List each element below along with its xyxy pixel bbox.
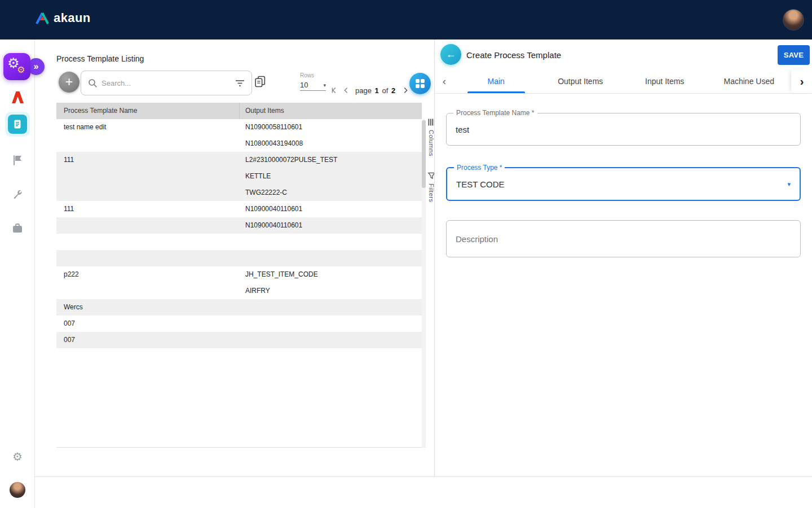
table-row[interactable]: Wercs xyxy=(56,299,422,316)
table-row[interactable]: 111L2#2310000072PULSE_TESTKETTLETWG22222… xyxy=(56,152,422,201)
user-avatar[interactable] xyxy=(783,9,804,30)
panel-title: Create Process Template xyxy=(466,49,561,62)
tab-output-items[interactable]: Output Items xyxy=(539,69,623,93)
cell-output-items: N10900058110601N10800043194008 xyxy=(240,119,422,152)
wrench-icon xyxy=(11,188,24,200)
cell-template-name: 007 xyxy=(56,332,240,348)
flag-icon xyxy=(11,154,24,167)
first-page-button[interactable] xyxy=(329,86,339,95)
app-root: akaun xyxy=(0,0,812,508)
tab-bar: ‹ Main Output Items Input Items Machine … xyxy=(435,69,812,94)
filter-funnel-icon[interactable] xyxy=(235,79,245,87)
table-header: Process Template Name Output Items xyxy=(56,103,422,119)
rows-per-page-select[interactable]: Rows 10 ▾ xyxy=(300,72,328,91)
plus-icon: + xyxy=(65,75,73,89)
topbar: akaun xyxy=(0,0,812,40)
grid-view-button[interactable] xyxy=(409,73,431,94)
cell-template-name: Wercs xyxy=(56,299,240,316)
sidebar-item-settings[interactable]: ⚙ xyxy=(0,450,35,463)
app-launcher: ⚙ ⚙ » xyxy=(3,53,45,80)
rows-label: Rows xyxy=(300,72,328,78)
page-title: Process Template Listing xyxy=(56,54,144,63)
table-row[interactable]: test name editN10900058110601N1080004319… xyxy=(56,119,422,152)
save-button[interactable]: SAVE xyxy=(778,45,810,65)
grid-icon xyxy=(415,78,425,89)
sidebar-user-avatar[interactable] xyxy=(0,482,35,498)
tab-machine-used[interactable]: Machine Used xyxy=(707,69,792,93)
field-value: test xyxy=(447,113,800,145)
pagination: page 1 of 2 xyxy=(329,85,422,96)
cell-template-name: 111 xyxy=(56,152,240,201)
logo-text: akaun xyxy=(54,11,91,25)
create-panel: ← Create Process Template SAVE ‹ Main Ou… xyxy=(434,40,812,477)
sidebar-item-red-app[interactable] xyxy=(0,90,35,104)
sidebar-item-bag[interactable] xyxy=(0,222,35,235)
duplicate-icon[interactable] xyxy=(254,76,266,87)
expand-icon: » xyxy=(34,62,39,72)
tabs-scroll-right-icon[interactable]: › xyxy=(791,69,812,93)
process-template-table: Process Template Name Output Items test … xyxy=(56,103,426,448)
tab-main[interactable]: Main xyxy=(454,69,539,93)
cell-output-items xyxy=(240,250,422,266)
cell-template-name xyxy=(56,250,240,266)
prev-page-button[interactable] xyxy=(341,86,351,95)
table-row[interactable] xyxy=(56,250,422,266)
document-module-icon xyxy=(5,112,30,137)
cell-template-name: 007 xyxy=(56,316,240,332)
table-row[interactable]: p222JH_TEST_ITEM_CODEAIRFRY xyxy=(56,266,422,299)
cell-template-name xyxy=(56,217,240,234)
chevron-down-icon: ▾ xyxy=(323,82,326,88)
next-page-button[interactable] xyxy=(400,86,411,95)
avatar xyxy=(10,482,25,498)
process-type-select[interactable]: Process Type * TEST CODE ▾ xyxy=(446,167,801,201)
page-indicator: page 1 of 2 xyxy=(355,86,396,95)
search-icon xyxy=(88,78,98,88)
sidebar-item-tools[interactable] xyxy=(0,188,35,200)
gear-icon: ⚙ xyxy=(12,450,23,463)
logo: akaun xyxy=(35,11,91,25)
cell-output-items xyxy=(240,316,422,332)
column-header-name[interactable]: Process Template Name xyxy=(56,103,240,119)
table-row[interactable] xyxy=(56,234,422,250)
back-button[interactable]: ← xyxy=(440,44,461,65)
sidebar-item-documents[interactable] xyxy=(0,112,35,137)
table-row[interactable]: N10900040110601 xyxy=(56,217,422,234)
search-input[interactable] xyxy=(102,79,231,87)
cell-output-items: N10900040110601 xyxy=(240,217,422,234)
cell-template-name: p222 xyxy=(56,266,240,299)
description-placeholder: Description xyxy=(447,221,800,257)
field-label: Process Template Name * xyxy=(453,109,537,117)
app-launcher-button[interactable]: ⚙ ⚙ xyxy=(3,53,30,80)
search-box xyxy=(81,71,252,95)
add-button[interactable]: + xyxy=(59,72,80,93)
tab-input-items[interactable]: Input Items xyxy=(623,69,707,93)
column-header-output-items[interactable]: Output Items xyxy=(240,103,422,119)
tabs-scroll-left-icon[interactable]: ‹ xyxy=(435,69,454,93)
table-row[interactable]: 007 xyxy=(56,316,422,332)
cell-template-name: 111 xyxy=(56,201,240,217)
cell-output-items: L2#2310000072PULSE_TESTKETTLETWG22222-C xyxy=(240,152,422,201)
rows-value: 10 xyxy=(300,81,308,89)
total-pages: 2 xyxy=(391,86,395,95)
cell-output-items: JH_TEST_ITEM_CODEAIRFRY xyxy=(240,266,422,299)
table-row[interactable]: 111N10900040110601 xyxy=(56,201,422,217)
table-scrollbar[interactable] xyxy=(422,119,426,448)
akaun-logo-icon xyxy=(35,12,50,24)
listing-panel: Process Template Listing + xyxy=(35,40,434,477)
process-template-name-field[interactable]: Process Template Name * test xyxy=(446,113,801,146)
scrollbar-thumb[interactable] xyxy=(422,120,426,188)
description-field[interactable]: Description xyxy=(446,220,801,257)
briefcase-icon xyxy=(11,222,24,235)
field-value: TEST CODE xyxy=(447,168,800,200)
sidebar: ⚙ xyxy=(0,40,35,508)
cell-template-name xyxy=(56,234,240,250)
table-row[interactable]: 007 xyxy=(56,332,422,348)
content: Process Template Listing + xyxy=(35,40,812,508)
field-label: Process Type * xyxy=(454,164,505,172)
current-page: 1 xyxy=(375,86,379,95)
gear-icon: ⚙ xyxy=(17,64,25,75)
back-arrow-icon: ← xyxy=(446,49,456,60)
table-body: test name editN10900058110601N1080004319… xyxy=(56,119,422,348)
cell-output-items xyxy=(240,299,422,316)
sidebar-item-flag[interactable] xyxy=(0,154,35,167)
